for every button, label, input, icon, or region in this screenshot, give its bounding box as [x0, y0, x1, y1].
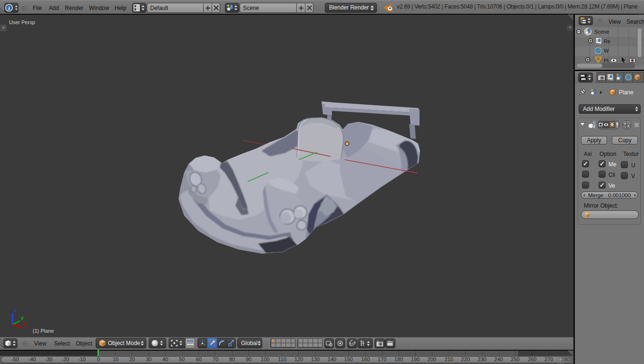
svg-text:z: z [14, 307, 17, 313]
svg-text:i: i [8, 5, 9, 11]
svg-text:x: x [24, 321, 27, 327]
svg-text:y: y [21, 315, 24, 320]
